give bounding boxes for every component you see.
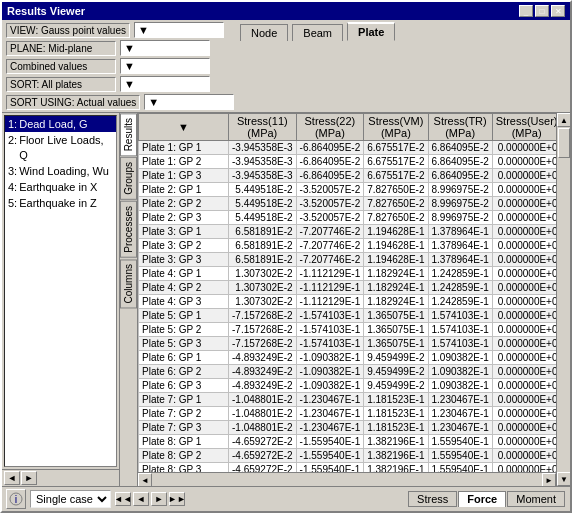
table-row[interactable]: Plate 5: GP 2-7.157268E-2-1.574103E-11.3… (139, 323, 557, 337)
table-row[interactable]: Plate 1: GP 2-3.945358E-3-6.864095E-26.6… (139, 155, 557, 169)
table-row[interactable]: Plate 6: GP 2-4.893249E-2-1.090382E-19.4… (139, 365, 557, 379)
table-row[interactable]: Plate 3: GP 26.581891E-2-7.207746E-21.19… (139, 239, 557, 253)
cell-value: 6.581891E-2 (229, 253, 297, 267)
cell-value: 1.365075E-1 (364, 337, 428, 351)
cell-value: 0.000000E+0 (492, 239, 556, 253)
side-tab-processes[interactable]: Processes (120, 201, 137, 258)
cell-value: 6.675517E-2 (364, 141, 428, 155)
cell-value: -1.112129E-1 (296, 281, 364, 295)
table-row[interactable]: Plate 7: GP 3-1.048801E-2-1.230467E-11.1… (139, 421, 557, 435)
tab-node[interactable]: Node (240, 24, 288, 41)
side-tab-results[interactable]: Results (120, 113, 137, 156)
cell-value: 0.000000E+0 (492, 407, 556, 421)
cell-value: 1.559540E-1 (428, 435, 492, 449)
cell-value: 1.559540E-1 (428, 449, 492, 463)
case-dropdown[interactable]: Single case (30, 490, 111, 508)
table-row[interactable]: Plate 1: GP 3-3.945358E-3-6.864095E-26.6… (139, 169, 557, 183)
bottom-bar: i Single case ◄◄ ◄ ► ►► Stress Force Mom… (2, 486, 570, 511)
horiz-scroll-track (152, 473, 542, 486)
table-row[interactable]: Plate 6: GP 1-4.893249E-2-1.090382E-19.4… (139, 351, 557, 365)
minimize-button[interactable]: _ (519, 5, 533, 17)
table-row[interactable]: Plate 4: GP 31.307302E-2-1.112129E-11.18… (139, 295, 557, 309)
maximize-button[interactable]: □ (535, 5, 549, 17)
sort-using-control-row: SORT USING: Actual values ▼ (6, 94, 236, 110)
horiz-scrollbar[interactable]: ◄ ► (138, 472, 556, 486)
bottom-tab-stress[interactable]: Stress (408, 491, 457, 507)
cell-value: -7.157268E-2 (229, 323, 297, 337)
table-row[interactable]: Plate 2: GP 15.449518E-2-3.520057E-27.82… (139, 183, 557, 197)
side-tabs: Results Groups Processes Columns (120, 113, 138, 486)
cell-value: -1.230467E-1 (296, 421, 364, 435)
table-row[interactable]: Plate 5: GP 3-7.157268E-2-1.574103E-11.3… (139, 337, 557, 351)
cell-value: -4.659272E-2 (229, 449, 297, 463)
cell-value: -3.520057E-2 (296, 211, 364, 225)
table-row[interactable]: Plate 5: GP 1-7.157268E-2-1.574103E-11.3… (139, 309, 557, 323)
side-tab-groups[interactable]: Groups (120, 157, 137, 200)
scroll-up-button[interactable]: ▲ (557, 113, 570, 127)
bottom-tab-force[interactable]: Force (458, 491, 506, 507)
table-row[interactable]: Plate 6: GP 3-4.893249E-2-1.090382E-19.4… (139, 379, 557, 393)
tab-plate[interactable]: Plate (347, 22, 395, 41)
cell-value: 5.449518E-2 (229, 197, 297, 211)
cell-label: Plate 4: GP 1 (139, 267, 229, 281)
list-item[interactable]: 2: Floor Live Loads, Q (5, 132, 116, 163)
left-scroll-left[interactable]: ◄ (4, 471, 20, 485)
nav-first[interactable]: ◄◄ (115, 492, 131, 506)
table-row[interactable]: Plate 4: GP 11.307302E-2-1.112129E-11.18… (139, 267, 557, 281)
list-item[interactable]: 1: Dead Load, G (5, 116, 116, 132)
sort-control-row: SORT: All plates ▼ (6, 76, 236, 92)
list-item[interactable]: 3: Wind Loading, Wu (5, 163, 116, 179)
scroll-thumb[interactable] (558, 128, 570, 158)
nav-prev[interactable]: ◄ (133, 492, 149, 506)
cell-label: Plate 7: GP 1 (139, 393, 229, 407)
cell-value: 0.000000E+0 (492, 365, 556, 379)
table-row[interactable]: Plate 7: GP 2-1.048801E-2-1.230467E-11.1… (139, 407, 557, 421)
view-dropdown[interactable]: ▼ (134, 22, 224, 38)
sort-dropdown[interactable]: ▼ (120, 76, 210, 92)
cell-value: -1.112129E-1 (296, 267, 364, 281)
table-row[interactable]: Plate 8: GP 1-4.659272E-2-1.559540E-11.3… (139, 435, 557, 449)
list-item[interactable]: 4: Earthquake in X (5, 179, 116, 195)
left-list[interactable]: 1: Dead Load, G2: Floor Live Loads, Q3: … (4, 115, 117, 467)
status-icon: i (6, 489, 26, 509)
sort-using-dropdown[interactable]: ▼ (144, 94, 234, 110)
table-row[interactable]: Plate 4: GP 21.307302E-2-1.112129E-11.18… (139, 281, 557, 295)
table-row[interactable]: Plate 2: GP 25.449518E-2-3.520057E-27.82… (139, 197, 557, 211)
sort-label: SORT: All plates (6, 77, 116, 92)
table-row[interactable]: Plate 8: GP 2-4.659272E-2-1.559540E-11.3… (139, 449, 557, 463)
cell-value: -1.230467E-1 (296, 407, 364, 421)
col-header-stress11: Stress(11)(MPa) (229, 114, 297, 141)
bottom-tab-moment[interactable]: Moment (507, 491, 565, 507)
plane-dropdown[interactable]: ▼ (120, 40, 210, 56)
horiz-scroll-left[interactable]: ◄ (138, 473, 152, 486)
tab-beam[interactable]: Beam (292, 24, 343, 41)
results-table-wrapper[interactable]: ▼ Stress(11)(MPa) Stress(22)(MPa) Stress… (138, 113, 556, 472)
table-row[interactable]: Plate 3: GP 36.581891E-2-7.207746E-21.19… (139, 253, 557, 267)
nav-next[interactable]: ► (151, 492, 167, 506)
content-area: VIEW: Gauss point values ▼ PLANE: Mid-pl… (2, 20, 570, 511)
plane-label: PLANE: Mid-plane (6, 41, 116, 56)
nav-last[interactable]: ►► (169, 492, 185, 506)
table-row[interactable]: Plate 3: GP 16.581891E-2-7.207746E-21.19… (139, 225, 557, 239)
cell-value: -1.090382E-1 (296, 379, 364, 393)
side-tab-columns[interactable]: Columns (120, 259, 137, 308)
cell-label: Plate 3: GP 2 (139, 239, 229, 253)
combined-dropdown[interactable]: ▼ (120, 58, 210, 74)
table-row[interactable]: Plate 7: GP 1-1.048801E-2-1.230467E-11.1… (139, 393, 557, 407)
cell-value: 1.182924E-1 (364, 281, 428, 295)
list-item[interactable]: 5: Earthquake in Z (5, 195, 116, 211)
left-scroll-right[interactable]: ► (21, 471, 37, 485)
cell-value: 1.382196E-1 (364, 449, 428, 463)
cell-value: 1.365075E-1 (364, 323, 428, 337)
cell-value: -1.048801E-2 (229, 393, 297, 407)
cell-value: -1.048801E-2 (229, 421, 297, 435)
cell-label: Plate 8: GP 3 (139, 463, 229, 473)
horiz-scroll-right[interactable]: ► (542, 473, 556, 486)
table-row[interactable]: Plate 8: GP 3-4.659272E-2-1.559540E-11.3… (139, 463, 557, 473)
table-row[interactable]: Plate 1: GP 1-3.945358E-3-6.864095E-26.6… (139, 141, 557, 155)
scroll-down-button[interactable]: ▼ (557, 472, 570, 486)
cell-label: Plate 2: GP 3 (139, 211, 229, 225)
close-button[interactable]: ✕ (551, 5, 565, 17)
table-row[interactable]: Plate 2: GP 35.449518E-2-3.520057E-27.82… (139, 211, 557, 225)
left-scroll-bar: ◄ ► (2, 469, 119, 486)
